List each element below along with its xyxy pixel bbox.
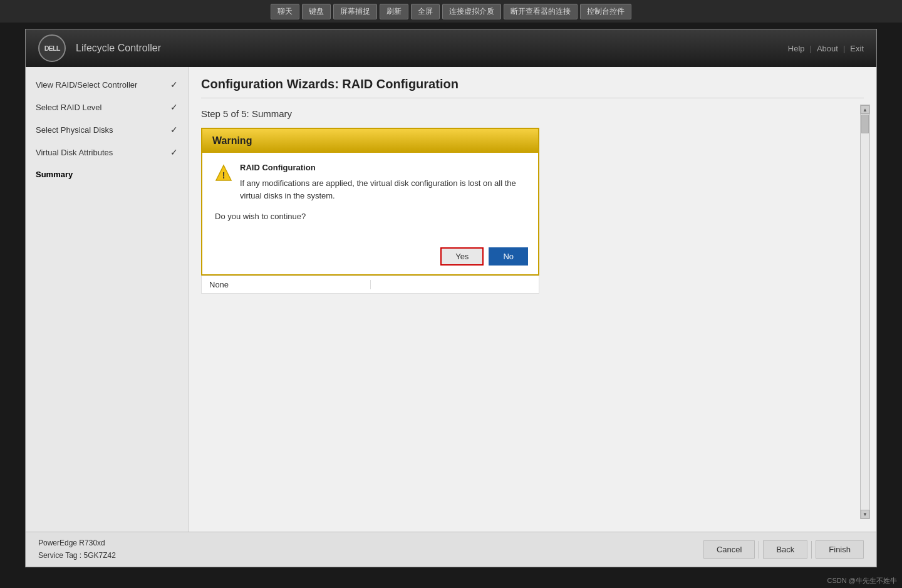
scroll-up-arrow[interactable]: ▲ bbox=[861, 105, 869, 114]
sidebar-label-physical-disks: Select Physical Disks bbox=[36, 125, 113, 135]
none-row: None bbox=[201, 276, 539, 294]
sidebar-check-select-raid: ✓ bbox=[170, 102, 178, 112]
warning-title: RAID Configuration bbox=[240, 163, 526, 172]
none-right-cell bbox=[370, 280, 532, 289]
cancel-button[interactable]: Cancel bbox=[703, 540, 755, 559]
warning-triangle-icon: ! bbox=[215, 164, 232, 182]
sidebar-check-view-raid: ✓ bbox=[170, 80, 178, 90]
sidebar-check-physical-disks: ✓ bbox=[170, 125, 178, 135]
toolbar-fullscreen[interactable]: 全屏 bbox=[411, 4, 440, 19]
warning-content: RAID Configuration If any modifications … bbox=[240, 163, 526, 202]
svg-text:!: ! bbox=[222, 170, 226, 180]
top-toolbar: 聊天 键盘 屏幕捕捉 刷新 全屏 连接虚拟介质 断开查看器的连接 控制台控件 bbox=[0, 0, 902, 23]
exit-link[interactable]: Exit bbox=[850, 44, 864, 53]
footer-sep-2 bbox=[811, 541, 812, 559]
finish-button[interactable]: Finish bbox=[816, 540, 864, 559]
toolbar-disconnect[interactable]: 断开查看器的连接 bbox=[504, 4, 578, 19]
sidebar-label-select-raid: Select RAID Level bbox=[36, 103, 102, 112]
sidebar-item-virtual-disk[interactable]: Virtual Disk Attributes ✓ bbox=[26, 141, 188, 163]
sidebar: View RAID/Select Controller ✓ Select RAI… bbox=[26, 67, 189, 532]
toolbar-refresh[interactable]: 刷新 bbox=[380, 4, 408, 19]
scrollbar[interactable]: ▲ ▼ bbox=[860, 105, 870, 519]
warning-header: Warning bbox=[202, 129, 538, 153]
footer-model: PowerEdge R730xd bbox=[38, 537, 116, 549]
footer-sep-1 bbox=[759, 541, 759, 559]
app-title: Lifecycle Controller bbox=[76, 43, 161, 54]
yes-button[interactable]: Yes bbox=[440, 247, 484, 266]
none-label: None bbox=[209, 280, 370, 289]
scroll-track bbox=[861, 114, 869, 510]
scroll-thumb[interactable] bbox=[861, 115, 869, 133]
about-link[interactable]: About bbox=[817, 44, 838, 53]
nav-sep-1: | bbox=[810, 44, 812, 53]
warning-body-text: If any modifications are applied, the vi… bbox=[240, 177, 526, 202]
sidebar-item-view-raid[interactable]: View RAID/Select Controller ✓ bbox=[26, 73, 188, 96]
sidebar-item-physical-disks[interactable]: Select Physical Disks ✓ bbox=[26, 118, 188, 141]
app-window: DELL Lifecycle Controller Help | About |… bbox=[25, 29, 877, 567]
sidebar-label-summary: Summary bbox=[36, 170, 73, 179]
app-footer: PowerEdge R730xd Service Tag : 5GK7Z42 C… bbox=[26, 532, 876, 567]
footer-buttons: Cancel Back Finish bbox=[703, 540, 864, 559]
sidebar-item-summary[interactable]: Summary bbox=[26, 163, 188, 185]
warning-question: Do you wish to continue? bbox=[215, 212, 526, 221]
warning-body: ! RAID Configuration If any modification… bbox=[202, 153, 538, 241]
app-header: DELL Lifecycle Controller Help | About |… bbox=[26, 29, 876, 67]
dell-logo: DELL bbox=[38, 34, 66, 62]
main-content: Configuration Wizards: RAID Configuratio… bbox=[189, 67, 876, 532]
no-button[interactable]: No bbox=[489, 247, 528, 266]
watermark: CSDN @牛先生不姓牛 bbox=[827, 576, 897, 585]
app-body: View RAID/Select Controller ✓ Select RAI… bbox=[26, 67, 876, 532]
footer-service-tag: Service Tag : 5GK7Z42 bbox=[38, 550, 116, 562]
toolbar-chat[interactable]: 聊天 bbox=[271, 4, 299, 19]
warning-icon-row: ! RAID Configuration If any modification… bbox=[215, 163, 526, 202]
sidebar-label-view-raid: View RAID/Select Controller bbox=[36, 80, 137, 90]
toolbar-keyboard[interactable]: 键盘 bbox=[302, 4, 331, 19]
toolbar-virtual-media[interactable]: 连接虚拟介质 bbox=[442, 4, 501, 19]
warning-dialog: Warning ! RAID Configuration If any modi… bbox=[201, 128, 539, 276]
back-button[interactable]: Back bbox=[763, 540, 807, 559]
nav-sep-2: | bbox=[843, 44, 845, 53]
step-label: Step 5 of 5: Summary bbox=[201, 108, 864, 119]
help-link[interactable]: Help bbox=[788, 44, 805, 53]
page-title: Configuration Wizards: RAID Configuratio… bbox=[201, 77, 864, 98]
warning-buttons: Yes No bbox=[202, 241, 538, 274]
scroll-down-arrow[interactable]: ▼ bbox=[861, 510, 869, 518]
toolbar-console[interactable]: 控制台控件 bbox=[580, 4, 631, 19]
footer-info: PowerEdge R730xd Service Tag : 5GK7Z42 bbox=[38, 537, 116, 561]
main-container: DELL Lifecycle Controller Help | About |… bbox=[0, 23, 902, 588]
header-left: DELL Lifecycle Controller bbox=[38, 34, 161, 62]
header-nav: Help | About | Exit bbox=[788, 44, 864, 53]
toolbar-screenshot[interactable]: 屏幕捕捉 bbox=[333, 4, 377, 19]
sidebar-item-select-raid[interactable]: Select RAID Level ✓ bbox=[26, 96, 188, 118]
sidebar-check-virtual-disk: ✓ bbox=[170, 147, 178, 157]
sidebar-label-virtual-disk: Virtual Disk Attributes bbox=[36, 148, 113, 157]
